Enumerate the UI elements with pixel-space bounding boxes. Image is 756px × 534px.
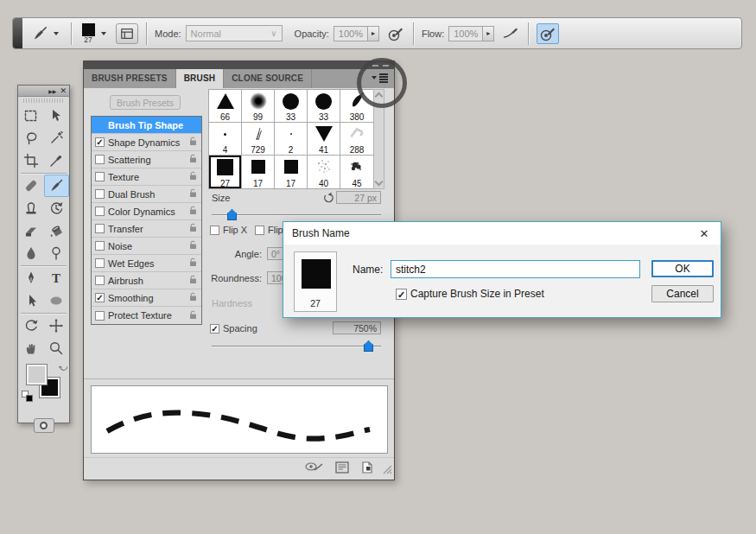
lock-icon[interactable] bbox=[188, 310, 198, 321]
live-preview-toggle-icon[interactable] bbox=[304, 461, 323, 477]
spacing-checkbox[interactable]: ✓Spacing bbox=[210, 323, 257, 334]
flip-x-checkbox[interactable]: Flip X bbox=[210, 225, 247, 235]
setting-shape-dynamics[interactable]: ✓Shape Dynamics bbox=[92, 134, 201, 151]
setting-texture[interactable]: Texture bbox=[92, 168, 201, 186]
mode-select[interactable]: Normal ∨ bbox=[186, 25, 283, 41]
checkbox[interactable] bbox=[95, 311, 105, 321]
pen-tool[interactable] bbox=[18, 267, 44, 289]
checkbox[interactable] bbox=[95, 155, 105, 164]
size-slider[interactable] bbox=[212, 214, 381, 215]
options-bar-grip[interactable] bbox=[13, 18, 22, 48]
setting-wet-edges[interactable]: Wet Edges bbox=[92, 255, 201, 272]
size-slider-handle[interactable] bbox=[227, 209, 237, 220]
brush-preview[interactable]: 27 bbox=[79, 23, 97, 44]
setting-protect-texture[interactable]: Protect Texture bbox=[92, 307, 201, 324]
brush-tip-cell[interactable]: 33 bbox=[275, 90, 308, 123]
opacity-slider-button[interactable]: ▸ bbox=[368, 26, 379, 41]
checkbox[interactable] bbox=[95, 224, 105, 233]
spacing-slider-handle[interactable] bbox=[364, 340, 373, 352]
checkbox[interactable] bbox=[95, 172, 105, 181]
setting-airbrush[interactable]: Airbrush bbox=[92, 272, 201, 289]
history-brush-tool[interactable] bbox=[44, 197, 70, 219]
brush-tip-cell[interactable]: 17 bbox=[242, 156, 275, 188]
hand-tool[interactable] bbox=[18, 337, 44, 359]
checkbox[interactable] bbox=[95, 241, 105, 251]
reset-size-icon[interactable] bbox=[322, 191, 334, 207]
swap-colors-icon[interactable]: ⤸ bbox=[58, 366, 68, 371]
type-tool[interactable]: T bbox=[44, 267, 70, 289]
panel-title-strip[interactable] bbox=[84, 61, 394, 69]
checkbox[interactable] bbox=[95, 207, 105, 216]
brush-tool[interactable] bbox=[44, 175, 70, 197]
lock-icon[interactable] bbox=[188, 137, 198, 148]
open-preset-manager-icon[interactable] bbox=[335, 461, 349, 477]
healing-brush-tool[interactable] bbox=[18, 175, 44, 197]
resize-grip-icon[interactable] bbox=[383, 462, 392, 478]
brush-tip-cell[interactable]: 40 bbox=[308, 156, 340, 188]
flow-field[interactable]: 100% bbox=[448, 26, 483, 41]
tab-brush-presets[interactable]: BRUSH PRESETS bbox=[84, 69, 176, 88]
setting-smoothing[interactable]: ✓Smoothing bbox=[92, 289, 201, 307]
brush-presets-button[interactable]: Brush Presets bbox=[110, 95, 181, 110]
lock-icon[interactable] bbox=[188, 292, 198, 303]
marquee-tool[interactable] bbox=[18, 105, 44, 127]
eyedropper-tool[interactable] bbox=[44, 149, 70, 172]
pressure-size-icon[interactable] bbox=[537, 23, 559, 44]
brush-name-input[interactable] bbox=[391, 260, 640, 278]
default-colors-icon[interactable] bbox=[22, 391, 35, 404]
tab-brush[interactable]: BRUSH bbox=[176, 69, 225, 88]
toolbox-grip[interactable] bbox=[23, 99, 64, 103]
lock-icon[interactable] bbox=[188, 154, 198, 165]
brush-tip-cell[interactable]: 17 bbox=[275, 156, 308, 188]
setting-color-dynamics[interactable]: Color Dynamics bbox=[92, 203, 201, 220]
checkbox[interactable]: ✓ bbox=[95, 293, 105, 302]
move-tool[interactable] bbox=[44, 105, 70, 127]
eraser-tool[interactable] bbox=[18, 219, 44, 242]
ok-button[interactable]: OK bbox=[651, 260, 714, 277]
setting-scattering[interactable]: Scattering bbox=[92, 151, 201, 168]
foreground-color-swatch[interactable] bbox=[27, 365, 47, 385]
tab-clone-source[interactable]: CLONE SOURCE bbox=[224, 69, 312, 88]
brush-tip-cell[interactable]: 66 bbox=[209, 90, 242, 123]
crop-tool[interactable] bbox=[18, 149, 44, 172]
lock-icon[interactable] bbox=[188, 240, 198, 251]
brush-tip-cell[interactable]: 99 bbox=[242, 90, 275, 123]
scroll-down-icon[interactable] bbox=[375, 178, 384, 187]
checkbox[interactable]: ✓ bbox=[396, 289, 407, 300]
zoom-tool[interactable] bbox=[44, 337, 70, 359]
lock-icon[interactable] bbox=[188, 223, 198, 234]
brush-tip-cell[interactable]: 2 bbox=[275, 123, 308, 156]
blur-tool[interactable] bbox=[18, 242, 44, 264]
setting-transfer[interactable]: Transfer bbox=[92, 220, 201, 238]
dialog-title-bar[interactable]: Brush Name ✕ bbox=[283, 222, 721, 245]
brush-picker-caret[interactable] bbox=[101, 32, 106, 35]
quick-mask-button[interactable] bbox=[34, 418, 54, 433]
tool-preset-caret[interactable] bbox=[54, 32, 59, 35]
brush-tip-cell-selected[interactable]: 27 bbox=[209, 156, 242, 188]
paint-bucket-tool[interactable] bbox=[44, 219, 70, 242]
lock-icon[interactable] bbox=[188, 257, 198, 269]
lock-icon[interactable] bbox=[188, 206, 198, 217]
lasso-tool[interactable] bbox=[18, 127, 44, 149]
checkbox[interactable] bbox=[95, 258, 105, 268]
close-panel-icon[interactable]: ✕ bbox=[60, 86, 67, 95]
create-new-brush-icon[interactable] bbox=[361, 461, 373, 477]
brush-tip-cell[interactable]: 288 bbox=[340, 123, 373, 156]
flow-slider-button[interactable]: ▸ bbox=[483, 26, 494, 41]
setting-noise[interactable]: Noise bbox=[92, 238, 201, 255]
collapse-panel-icon[interactable]: ▶▶ bbox=[48, 88, 56, 94]
pressure-opacity-icon[interactable] bbox=[386, 25, 405, 42]
checkbox[interactable] bbox=[95, 189, 105, 199]
lock-icon[interactable] bbox=[188, 188, 198, 200]
brush-tip-cell[interactable]: 41 bbox=[308, 123, 340, 156]
close-icon[interactable]: ✕ bbox=[696, 227, 712, 240]
airbrush-icon[interactable] bbox=[501, 25, 520, 42]
spacing-slider[interactable] bbox=[212, 346, 381, 346]
lock-icon[interactable] bbox=[188, 171, 198, 182]
brush-tip-cell[interactable]: 45 bbox=[340, 156, 373, 188]
3d-move-tool[interactable] bbox=[44, 315, 70, 337]
rotate-view-tool[interactable] bbox=[18, 315, 44, 337]
setting-dual-brush[interactable]: Dual Brush bbox=[92, 186, 201, 203]
spacing-field[interactable]: 750% bbox=[333, 321, 381, 334]
shape-tool[interactable] bbox=[44, 289, 70, 312]
